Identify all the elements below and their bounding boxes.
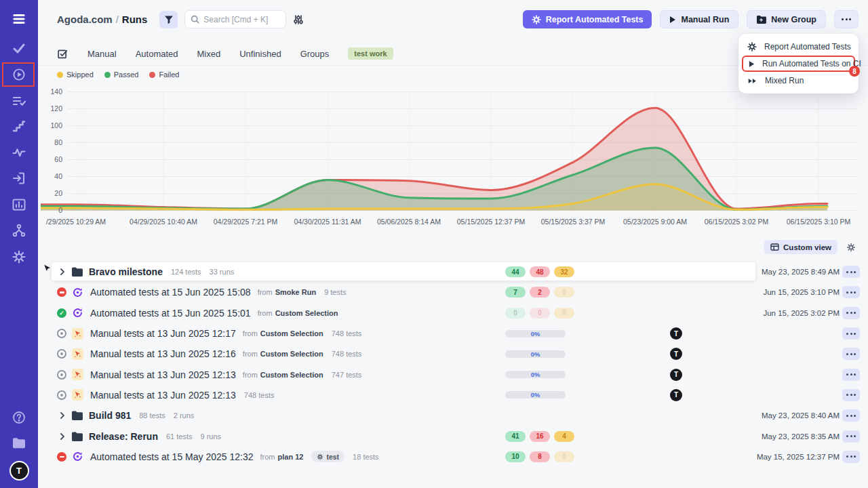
row-more-button[interactable]	[842, 286, 860, 298]
table-row-group[interactable]: Bravo milestone 124 tests 33 runs 44 48 …	[38, 262, 868, 282]
from-label: from	[258, 288, 273, 296]
header-actions: Report Automated Tests Manual Run New Gr…	[523, 10, 859, 28]
menu-item-run-automated-tests-on-ci[interactable]: Run Automated Tests on CI 8	[742, 56, 855, 72]
menu-item-mixed-run[interactable]: Mixed Run	[738, 73, 859, 89]
group-title[interactable]: Release: Rerun	[89, 431, 158, 442]
legend-item-skipped[interactable]: Skipped	[57, 70, 94, 79]
row-more-button[interactable]	[842, 266, 860, 278]
run-title[interactable]: Manual tests at 13 Jun 2025 12:13	[90, 369, 236, 380]
runs-checklist-icon[interactable]	[57, 48, 68, 60]
branch-icon	[12, 223, 26, 238]
report-automated-tests-button[interactable]: Report Automated Tests	[523, 10, 652, 28]
search-icon	[191, 15, 199, 24]
passed-dot-icon	[104, 72, 111, 78]
custom-view-button[interactable]: Custom view	[764, 240, 837, 254]
row-more-button[interactable]	[842, 451, 860, 463]
assignee-avatar[interactable]: T	[670, 389, 682, 401]
chevron-right-icon[interactable]	[57, 412, 68, 419]
filter-button[interactable]	[159, 11, 178, 28]
runs-count: 33 runs	[210, 268, 235, 276]
sidebar-item-settings[interactable]	[0, 245, 38, 269]
from-source: Custom Selection	[260, 329, 323, 338]
sidebar-item-projects[interactable]	[0, 431, 38, 455]
sidebar-item-branches[interactable]	[0, 218, 38, 243]
tab-manual[interactable]: Manual	[87, 49, 117, 59]
row-more-button[interactable]	[842, 348, 860, 360]
search-input[interactable]	[203, 15, 278, 24]
new-group-label: New Group	[771, 15, 816, 24]
row-more-button[interactable]	[842, 307, 860, 319]
chevron-right-icon[interactable]	[57, 268, 68, 275]
run-title[interactable]: Automated tests at 15 Jun 2025 15:08	[90, 287, 251, 298]
run-title[interactable]: Manual tests at 13 Jun 2025 12:16	[90, 348, 236, 359]
row-more-button[interactable]	[842, 409, 860, 422]
table-row-run[interactable]: Manual tests at 13 Jun 2025 12:16 from C…	[38, 344, 868, 364]
run-title[interactable]: Manual tests at 13 Jun 2025 12:13	[90, 390, 236, 401]
skipped-badge: 0	[554, 308, 574, 319]
sidebar-item-help[interactable]	[0, 405, 38, 430]
more-actions-button[interactable]	[834, 10, 859, 28]
assignee-avatar[interactable]: T	[670, 369, 682, 381]
table-row-group[interactable]: Release: Rerun 61 tests 9 runs 41 16 4 M…	[38, 426, 868, 446]
more-icon	[846, 455, 856, 458]
table-row-run[interactable]: Automated tests at 15 May 2025 12:32 fro…	[38, 447, 868, 467]
sidebar-item-analytics[interactable]	[0, 192, 38, 217]
svg-text:05/23/2025 9:00 AM: 05/23/2025 9:00 AM	[623, 218, 687, 226]
group-title[interactable]: Build 981	[89, 410, 131, 421]
sidebar-item-import[interactable]	[0, 166, 38, 190]
tune-sliders-icon[interactable]	[293, 14, 304, 25]
gear-icon	[846, 243, 856, 252]
sidebar-item-activity[interactable]	[0, 140, 38, 165]
filter-tag-test-work[interactable]: test work	[348, 47, 393, 60]
run-tag[interactable]: test	[311, 451, 344, 462]
group-title[interactable]: Bravo milestone	[89, 266, 163, 277]
run-title[interactable]: Automated tests at 15 May 2025 12:32	[90, 451, 254, 462]
sidebar-item-milestones[interactable]	[0, 115, 38, 139]
run-date: May 23, 2025 8:35 AM	[762, 432, 840, 441]
table-row-run[interactable]: Manual tests at 13 Jun 2025 12:17 from C…	[38, 323, 868, 344]
failed-badge: 48	[530, 266, 550, 277]
check-icon	[12, 41, 26, 56]
menu-item-report-automated-tests[interactable]: Report Automated Tests	[738, 39, 859, 55]
view-settings-button[interactable]	[844, 240, 859, 254]
sidebar-item-test-plans[interactable]	[0, 89, 38, 113]
result-badges: 7 2 0	[505, 287, 574, 298]
assignee-avatar[interactable]: T	[670, 348, 682, 360]
hamburger-menu-icon[interactable]	[0, 7, 38, 31]
search-box[interactable]	[184, 10, 286, 28]
passed-badge: 44	[505, 266, 526, 277]
failed-badge: 0	[530, 308, 550, 319]
result-badges: 0 0 0	[505, 308, 574, 319]
progress-bar: 0%	[505, 350, 566, 358]
chevron-right-icon[interactable]	[57, 433, 68, 440]
table-row-run[interactable]: Automated tests at 15 Jun 2025 15:01 fro…	[38, 303, 868, 323]
tab-automated[interactable]: Automated	[136, 49, 178, 59]
run-title[interactable]: Manual tests at 13 Jun 2025 12:17	[90, 328, 236, 339]
folder-icon	[72, 432, 83, 441]
row-more-button[interactable]	[842, 389, 860, 401]
assignee-avatar[interactable]: T	[670, 327, 682, 340]
run-date: May 15, 2025 12:37 PM	[757, 453, 840, 461]
table-row-run[interactable]: Manual tests at 13 Jun 2025 12:13 from C…	[38, 364, 868, 384]
row-more-button[interactable]	[842, 327, 860, 340]
manual-run-button[interactable]: Manual Run	[660, 10, 738, 28]
sidebar-item-tests[interactable]	[0, 36, 38, 60]
table-row-group[interactable]: Build 981 88 tests 2 runs May 23, 2025 8…	[38, 405, 868, 426]
row-more-button[interactable]	[842, 430, 860, 443]
table-row-run[interactable]: Automated tests at 15 Jun 2025 15:08 fro…	[38, 282, 868, 302]
tab-groups[interactable]: Groups	[300, 49, 330, 59]
tests-count: 88 tests	[139, 411, 165, 420]
new-group-button[interactable]: New Group	[747, 10, 826, 28]
row-more-button[interactable]	[842, 369, 860, 381]
sidebar-item-runs[interactable]	[0, 62, 38, 87]
tab-unfinished[interactable]: Unfinished	[239, 49, 281, 59]
legend-item-failed[interactable]: Failed	[149, 70, 179, 79]
table-row-run[interactable]: Manual tests at 13 Jun 2025 12:13 748 te…	[38, 385, 868, 405]
breadcrumb-project[interactable]: Agoda.com	[57, 14, 113, 25]
run-title[interactable]: Automated tests at 15 Jun 2025 15:01	[90, 308, 251, 319]
svg-text:140: 140	[50, 87, 62, 96]
more-icon	[846, 394, 856, 396]
tab-mixed[interactable]: Mixed	[197, 49, 221, 59]
legend-item-passed[interactable]: Passed	[104, 70, 139, 79]
workspace-logo[interactable]: T	[0, 458, 38, 483]
